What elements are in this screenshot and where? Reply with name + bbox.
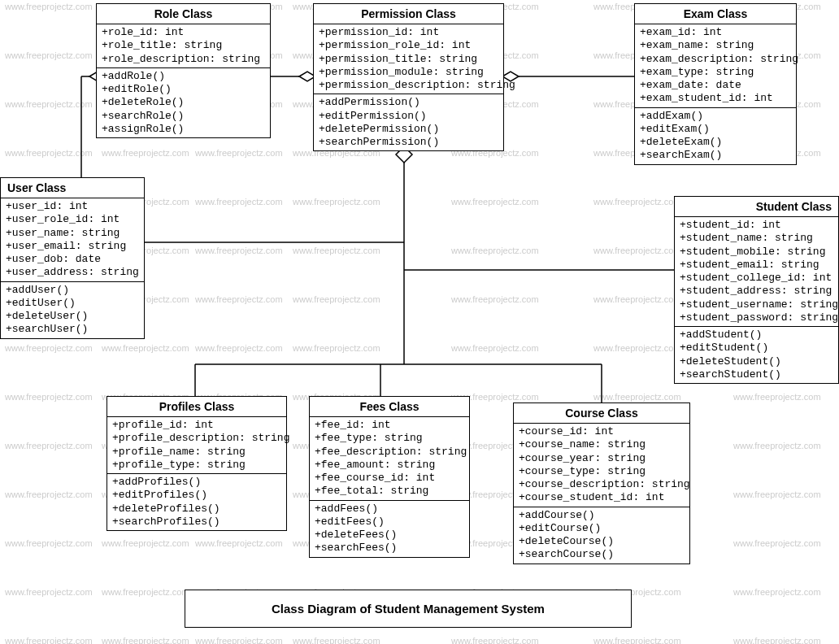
class-user: User Class +user_id: int +user_role_id: …: [0, 177, 145, 339]
watermark: www.freeprojectz.com: [102, 587, 189, 597]
watermark: www.freeprojectz.com: [593, 636, 681, 644]
class-student-ops: +addStudent() +editStudent() +deleteStud…: [675, 327, 838, 383]
class-exam-ops: +addExam() +editExam() +deleteExam() +se…: [635, 108, 796, 164]
diagram-title: Class Diagram of Student Management Syst…: [185, 590, 632, 628]
class-profiles-attrs: +profile_id: int +profile_description: s…: [107, 417, 286, 474]
class-course: Course Class +course_id: int +course_nam…: [513, 402, 690, 564]
watermark: www.freeprojectz.com: [195, 246, 283, 255]
watermark: www.freeprojectz.com: [5, 441, 93, 450]
class-exam-title: Exam Class: [635, 4, 796, 24]
watermark: www.freeprojectz.com: [293, 197, 380, 207]
watermark: www.freeprojectz.com: [5, 2, 93, 11]
watermark: www.freeprojectz.com: [5, 99, 93, 109]
class-permission-ops: +addPermission() +editPermission() +dele…: [314, 94, 503, 150]
watermark: www.freeprojectz.com: [593, 343, 681, 353]
watermark: www.freeprojectz.com: [195, 636, 283, 644]
watermark: www.freeprojectz.com: [451, 636, 539, 644]
watermark: www.freeprojectz.com: [5, 343, 93, 353]
class-course-title: Course Class: [514, 403, 689, 424]
watermark: www.freeprojectz.com: [451, 197, 539, 207]
watermark: www.freeprojectz.com: [733, 538, 821, 548]
watermark: www.freeprojectz.com: [195, 343, 283, 353]
class-student-title: Student Class: [675, 197, 838, 217]
watermark: www.freeprojectz.com: [293, 294, 380, 304]
watermark: www.freeprojectz.com: [733, 587, 821, 597]
watermark: www.freeprojectz.com: [293, 636, 380, 644]
watermark: www.freeprojectz.com: [733, 441, 821, 450]
class-role: Role Class +role_id: int +role_title: st…: [96, 3, 271, 138]
watermark: www.freeprojectz.com: [593, 392, 681, 402]
class-exam-attrs: +exam_id: int +exam_name: string +exam_d…: [635, 24, 796, 108]
watermark: www.freeprojectz.com: [195, 148, 283, 158]
class-profiles-ops: +addProfiles() +editProfiles() +deletePr…: [107, 474, 286, 530]
class-fees-ops: +addFees() +editFees() +deleteFees() +se…: [310, 501, 469, 557]
watermark: www.freeprojectz.com: [102, 343, 189, 353]
watermark: www.freeprojectz.com: [451, 246, 539, 255]
class-course-attrs: +course_id: int +course_name: string +co…: [514, 424, 689, 507]
watermark: www.freeprojectz.com: [5, 392, 93, 402]
class-profiles: Profiles Class +profile_id: int +profile…: [107, 396, 287, 531]
class-student: Student Class +student_id: int +student_…: [674, 196, 839, 384]
watermark: www.freeprojectz.com: [293, 343, 380, 353]
class-permission: Permission Class +permission_id: int +pe…: [313, 3, 504, 151]
watermark: www.freeprojectz.com: [5, 148, 93, 158]
watermark: www.freeprojectz.com: [102, 538, 189, 548]
watermark: www.freeprojectz.com: [5, 538, 93, 548]
watermark: www.freeprojectz.com: [593, 246, 681, 255]
watermark: www.freeprojectz.com: [102, 148, 189, 158]
watermark: www.freeprojectz.com: [733, 636, 821, 644]
class-user-attrs: +user_id: int +user_role_id: int +user_n…: [1, 198, 144, 282]
watermark: www.freeprojectz.com: [195, 294, 283, 304]
class-course-ops: +addCourse() +editCourse() +deleteCourse…: [514, 507, 689, 564]
watermark: www.freeprojectz.com: [593, 294, 681, 304]
class-role-ops: +addRole() +editRole() +deleteRole() +se…: [97, 68, 270, 137]
watermark: www.freeprojectz.com: [593, 197, 681, 207]
watermark: www.freeprojectz.com: [102, 636, 189, 644]
watermark: www.freeprojectz.com: [451, 294, 539, 304]
class-role-title: Role Class: [97, 4, 270, 24]
watermark: www.freeprojectz.com: [5, 490, 93, 499]
watermark: www.freeprojectz.com: [733, 392, 821, 402]
class-student-attrs: +student_id: int +student_name: string +…: [675, 217, 838, 327]
class-user-title: User Class: [1, 178, 144, 198]
watermark: www.freeprojectz.com: [5, 636, 93, 644]
class-fees-attrs: +fee_id: int +fee_type: string +fee_desc…: [310, 417, 469, 501]
class-permission-title: Permission Class: [314, 4, 503, 24]
watermark: www.freeprojectz.com: [5, 587, 93, 597]
watermark: www.freeprojectz.com: [5, 50, 93, 60]
class-profiles-title: Profiles Class: [107, 397, 286, 417]
class-fees: Fees Class +fee_id: int +fee_type: strin…: [309, 396, 470, 558]
watermark: www.freeprojectz.com: [293, 246, 380, 255]
watermark: www.freeprojectz.com: [451, 343, 539, 353]
watermark: www.freeprojectz.com: [195, 538, 283, 548]
watermark: www.freeprojectz.com: [733, 490, 821, 499]
class-fees-title: Fees Class: [310, 397, 469, 417]
class-permission-attrs: +permission_id: int +permission_role_id:…: [314, 24, 503, 94]
class-user-ops: +addUser() +editUser() +deleteUser() +se…: [1, 282, 144, 338]
watermark: www.freeprojectz.com: [195, 197, 283, 207]
class-exam: Exam Class +exam_id: int +exam_name: str…: [634, 3, 797, 165]
class-role-attrs: +role_id: int +role_title: string +role_…: [97, 24, 270, 68]
